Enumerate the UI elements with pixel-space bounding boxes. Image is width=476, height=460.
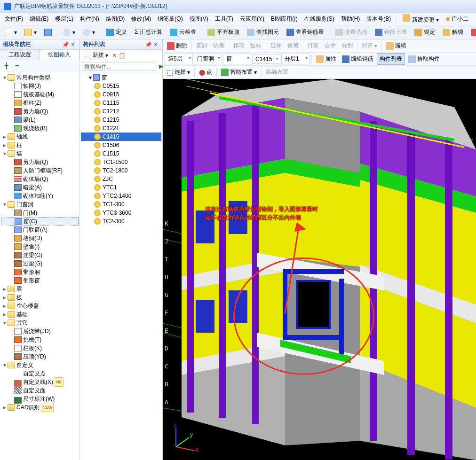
level-button[interactable]: 平齐板顶	[205, 26, 242, 38]
tree-筏板基础(M)[interactable]: 筏板基础(M)	[1, 90, 79, 99]
category-dropdown[interactable]: 门窗洞	[194, 54, 222, 64]
tree-门联窗(A)[interactable]: 门联窗(A)	[1, 226, 79, 234]
rebar-3d-button[interactable]: 钢筋三维	[372, 26, 410, 38]
search-input[interactable]	[82, 62, 157, 71]
clist-close-icon[interactable]: ×	[152, 41, 159, 48]
batch-delete-button[interactable]: 批量删除未使用构件	[468, 26, 476, 38]
tree-其它[interactable]: ▾其它	[1, 319, 79, 327]
pick-component-button[interactable]: 拾取构件	[406, 54, 442, 64]
rotate-button[interactable]: 旋转	[248, 40, 264, 51]
find-button[interactable]: 查找图元	[244, 26, 282, 38]
align-button[interactable]: 对齐 ▾	[359, 40, 380, 51]
view-rebar-button[interactable]: 查看钢筋量	[284, 26, 327, 38]
menu-钢筋量(Q)[interactable]: 钢筋量(Q)	[155, 14, 185, 24]
nav-pin-icon[interactable]: 📌	[62, 41, 69, 48]
move-button[interactable]: 移动	[231, 40, 247, 51]
user-button[interactable]: ◉ 广小二	[443, 14, 471, 24]
tree-后浇带(JD)[interactable]: 后浇带(JD)	[1, 327, 79, 335]
clist-item-ZJC[interactable]: ZJC	[81, 175, 161, 183]
nav-tree[interactable]: ▾常用构件类型轴网(J)筏板基础(M)框柱(Z)剪力墙(Q)梁(L)现浇板(B)…	[0, 71, 79, 460]
clist-pin-icon[interactable]: 📌	[144, 41, 152, 48]
tree-梁[interactable]: ▸梁	[1, 285, 79, 293]
tree-门窗洞[interactable]: ▾门窗洞	[1, 200, 79, 209]
tree-板[interactable]: ▸板	[1, 293, 79, 302]
undo-button[interactable]: ▾	[60, 27, 78, 38]
tree-过梁(G)[interactable]: 过梁(G)	[1, 259, 79, 268]
trim-button[interactable]: 修剪	[285, 40, 301, 51]
edit-rebar-button[interactable]: 编辑钢筋	[340, 54, 376, 64]
tree-柱[interactable]: ▸柱	[1, 141, 79, 149]
clist-item-YTC2-1400[interactable]: YTC2-1400	[81, 192, 161, 200]
menu-文件(F)[interactable]: 文件(F)	[2, 14, 26, 24]
tree-基础[interactable]: ▸基础	[1, 310, 79, 319]
define-button[interactable]: 定义	[103, 26, 130, 38]
sum-button[interactable]: Σ 汇总计算	[132, 26, 165, 38]
tree-常用构件类型[interactable]: ▾常用构件类型	[1, 73, 79, 82]
redo-button[interactable]: ▾	[80, 27, 98, 38]
new-component-button[interactable]: 新建 ▾	[82, 50, 110, 60]
menu-视图(V)[interactable]: 视图(V)	[187, 14, 211, 24]
copy-button[interactable]: 复制	[194, 40, 210, 51]
mirror-button[interactable]: 镜像	[211, 40, 227, 51]
component-list-button[interactable]: 构件列表	[377, 53, 405, 65]
tree-墙[interactable]: ▾墙	[1, 149, 79, 158]
batch-select-button[interactable]: 批量选择	[333, 26, 370, 38]
tree-自定义[interactable]: ▾自定义	[1, 361, 79, 369]
tree-自定义点[interactable]: 自定义点	[1, 369, 79, 378]
tree-压顶(YD)[interactable]: 压顶(YD)	[1, 352, 79, 361]
menu-编辑(E)[interactable]: 编辑(E)	[27, 14, 51, 24]
clist-item-TC2-1800[interactable]: TC2-1800	[81, 166, 161, 175]
clist-item-C1215[interactable]: C1215	[81, 116, 161, 124]
edit-button[interactable]: 编辑	[384, 40, 409, 51]
tree-现浇板(B)[interactable]: 现浇板(B)	[1, 124, 79, 133]
clist-item-YTC1[interactable]: YTC1	[81, 183, 161, 192]
tree-连梁(G)[interactable]: 连梁(G)	[1, 251, 79, 259]
select-mode-button[interactable]: ⬚ 选择 ▾	[165, 67, 192, 78]
precise-place-button[interactable]: 精确布置	[263, 67, 291, 78]
component-tree[interactable]: ▾窗C0515C0915C1115C1212C1215C1221C1415C15…	[80, 72, 162, 460]
menu-帮助(H)[interactable]: 帮助(H)	[338, 14, 363, 24]
clist-item-C1221[interactable]: C1221	[81, 124, 161, 133]
smart-place-button[interactable]: 智能布置 ▾	[219, 67, 259, 78]
tree-砌体墙(Q)[interactable]: 砌体墙(Q)	[1, 175, 79, 183]
clist-item-C1415[interactable]: C1415	[81, 133, 161, 141]
copy-component-icon[interactable]: 📋	[119, 52, 126, 59]
tree-墙洞(D)[interactable]: 墙洞(D)	[1, 234, 79, 242]
tree-挑檐(T)[interactable]: 挑檐(T)	[1, 335, 79, 344]
tree-门(M)[interactable]: 门(M)	[1, 209, 79, 217]
delete-component-icon[interactable]: ✕	[112, 52, 117, 59]
tree-栏板(K)[interactable]: 栏板(K)	[1, 344, 79, 352]
clist-item-TC1-1500[interactable]: TC1-1500	[81, 158, 161, 166]
tree-自定义面[interactable]: 自定义面	[1, 386, 79, 395]
tree-尺寸标注(W)[interactable]: 尺寸标注(W)	[1, 395, 79, 403]
clist-item-C0515[interactable]: C0515	[81, 82, 161, 90]
tree-砌体加筋(Y)[interactable]: 砌体加筋(Y)	[1, 192, 79, 200]
tree-CAD识别[interactable]: ▸CAD识别NEW	[1, 403, 79, 412]
menu-版本号(B)[interactable]: 版本号(B)	[364, 14, 394, 24]
cloud-check-button[interactable]: 云检查	[167, 26, 199, 38]
tree-壁龛(I)[interactable]: 壁龛(I)	[1, 242, 79, 251]
clist-item-YTC3-3600[interactable]: YTC3-3600	[81, 209, 161, 217]
tree-窗(C)[interactable]: 窗(C)	[1, 217, 79, 226]
nav-close-icon[interactable]: ×	[69, 41, 77, 48]
tree-带形窗[interactable]: 带形窗	[1, 276, 79, 285]
open-button[interactable]: ▾	[22, 27, 40, 38]
menu-BIM应用(I)[interactable]: BIM应用(I)	[268, 14, 301, 24]
expand-all-icon[interactable]: ┿	[2, 61, 11, 71]
split-button[interactable]: 分割	[339, 40, 355, 51]
clist-item-C1515[interactable]: C1515	[81, 149, 161, 158]
menu-楼层(L)[interactable]: 楼层(L)	[52, 14, 76, 24]
clist-item-C1115[interactable]: C1115	[81, 99, 161, 107]
new-button[interactable]: ▾	[2, 27, 20, 38]
delete-button[interactable]: 删除	[165, 40, 190, 51]
subcategory-dropdown[interactable]: 窗	[223, 54, 251, 64]
tree-剪力墙(Q)[interactable]: 剪力墙(Q)	[1, 158, 79, 166]
menu-工具(T)[interactable]: 工具(T)	[212, 14, 236, 24]
lock-button[interactable]: 锁定	[412, 26, 438, 38]
tree-梁(L)[interactable]: 梁(L)	[1, 116, 79, 124]
component-dropdown[interactable]: C1415	[252, 55, 280, 64]
floor-dropdown[interactable]: 第5层	[165, 54, 193, 64]
merge-button[interactable]: 合并	[322, 40, 338, 51]
tree-框柱(Z)[interactable]: 框柱(Z)	[1, 99, 79, 107]
clist-root[interactable]: ▾窗	[81, 73, 161, 82]
